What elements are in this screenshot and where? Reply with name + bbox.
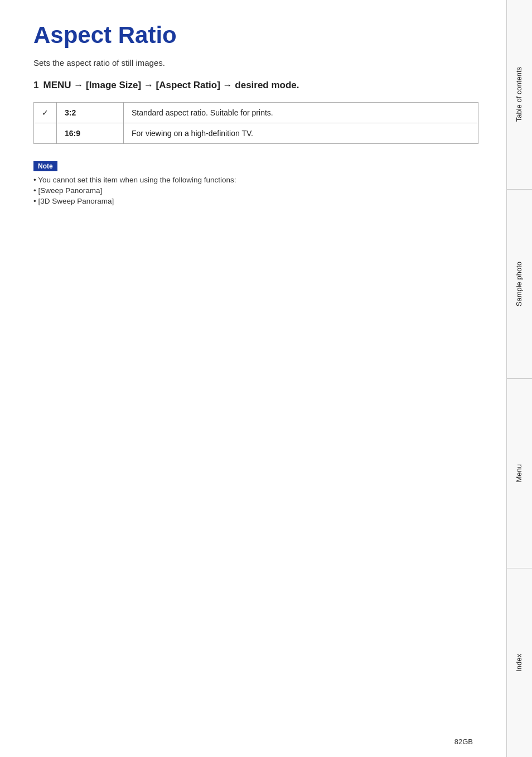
check-cell: ✓ (34, 103, 57, 123)
sidebar-tab-2[interactable]: Menu (507, 379, 532, 568)
sidebar-tab-label: Sample photo (515, 262, 524, 306)
sidebar-tab-3[interactable]: Index (507, 568, 532, 758)
note-section: Note You cannot set this item when using… (33, 161, 478, 205)
sidebar: Table of contentsSample photoMenuIndex (506, 0, 532, 757)
sidebar-tab-label: Index (515, 654, 524, 672)
main-content: Aspect Ratio Sets the aspect ratio of st… (0, 0, 506, 757)
page-wrapper: Aspect Ratio Sets the aspect ratio of st… (0, 0, 532, 757)
note-sub-item: [Sweep Panorama] (33, 186, 478, 195)
note-list: You cannot set this item when using the … (33, 176, 478, 184)
note-content: You cannot set this item when using the … (33, 176, 478, 205)
sidebar-tab-label: Menu (515, 464, 524, 483)
options-table: ✓3:2Standard aspect ratio. Suitable for … (33, 102, 478, 144)
subtitle: Sets the aspect ratio of still images. (33, 58, 478, 67)
sidebar-tabs: Table of contentsSample photoMenuIndex (507, 0, 532, 757)
option-desc: For viewing on a high-definition TV. (124, 123, 478, 144)
option-desc: Standard aspect ratio. Suitable for prin… (124, 103, 478, 123)
note-badge: Note (33, 161, 57, 171)
menu-path: 1 MENU → [Image Size] → [Aspect Ratio] →… (33, 80, 478, 91)
sidebar-tab-label: Table of contents (515, 67, 524, 122)
table-row: 16:9For viewing on a high-definition TV. (34, 123, 478, 144)
page-number: 82GB (454, 737, 473, 746)
note-sub-list: [Sweep Panorama][3D Sweep Panorama] (33, 186, 478, 205)
option-name: 16:9 (57, 123, 124, 144)
page-title: Aspect Ratio (33, 22, 478, 48)
step-number: 1 (33, 80, 38, 91)
table-row: ✓3:2Standard aspect ratio. Suitable for … (34, 103, 478, 123)
check-cell (34, 123, 57, 144)
note-sub-item: [3D Sweep Panorama] (33, 197, 478, 205)
note-intro: You cannot set this item when using the … (33, 176, 478, 184)
menu-path-text: MENU → [Image Size] → [Aspect Ratio] → d… (43, 80, 299, 91)
sidebar-tab-1[interactable]: Sample photo (507, 190, 532, 379)
option-name: 3:2 (57, 103, 124, 123)
sidebar-tab-0[interactable]: Table of contents (507, 0, 532, 190)
